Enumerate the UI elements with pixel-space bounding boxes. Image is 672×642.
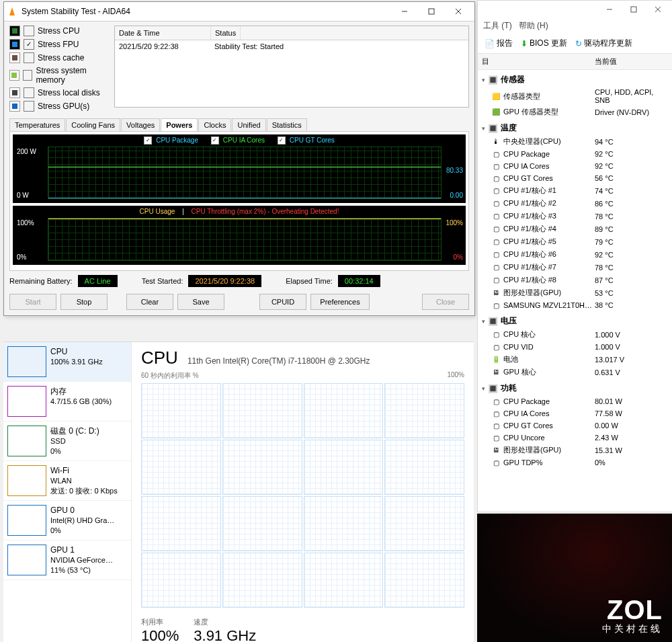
sensor-name: CPU Uncore (503, 434, 595, 442)
sensor-group-header[interactable]: ▾🔳功耗 (478, 378, 672, 395)
cpu-stat: 利用率100% (141, 617, 179, 642)
sensor-row[interactable]: ▢CPU #1/核心 #174 °C (478, 184, 672, 197)
sidebar-item[interactable]: 磁盘 0 (C: D:) SSD 0% (3, 422, 131, 461)
sensor-row-icon: ▢ (491, 161, 501, 171)
sensor-row[interactable]: ▢SAMSUNG MZVL21T0HCLR-…38 °C (478, 299, 672, 311)
sensor-col-value[interactable]: 当前值 (591, 54, 672, 69)
stress-option[interactable]: Stress cache (9, 52, 110, 63)
sidebar-item[interactable]: 内存 4.7/15.6 GB (30%) (3, 382, 131, 422)
legend-check-cpu-ia[interactable] (211, 136, 219, 145)
sensor-row[interactable]: 🖥GPU 核心0.631 V (478, 366, 672, 378)
tab-cooling fans[interactable]: Cooling Fans (66, 118, 120, 131)
sensor-row[interactable]: ▢CPU GT Cores0.00 W (478, 419, 672, 432)
sensor-minimize-button[interactable] (597, 2, 622, 17)
sensor-row[interactable]: 🟩GPU 传感器类型Driver (NV-DRV) (478, 106, 672, 118)
core-graph (222, 496, 302, 551)
stress-option[interactable]: Stress FPU (9, 39, 110, 50)
checkbox[interactable] (24, 26, 34, 36)
sensor-group-header[interactable]: ▾🔳传感器 (478, 70, 672, 87)
checkbox[interactable] (24, 87, 34, 98)
titlebar[interactable]: System Stability Test - AIDA64 (4, 2, 474, 22)
refresh-icon: ↻ (575, 39, 582, 48)
usage-graph: CPU Usage | CPU Throttling (max 2%) - Ov… (13, 206, 466, 265)
sensor-value: 1.000 V (595, 331, 669, 339)
sensor-row[interactable]: ▢CPU #1/核心 #778 °C (478, 261, 672, 274)
checkbox[interactable] (23, 70, 33, 81)
tab-unified[interactable]: Unified (232, 118, 265, 131)
maximize-button[interactable] (418, 3, 445, 20)
sensor-row[interactable]: 🖥图形处理器(GPU)53 °C (478, 286, 672, 299)
sensor-row[interactable]: ▢GPU TDP%0% (478, 456, 672, 469)
sensor-name: CPU 核心 (503, 329, 595, 339)
stress-icon (9, 101, 20, 112)
sensor-row[interactable]: ▢CPU IA Cores77.58 W (478, 407, 672, 419)
tab-powers[interactable]: Powers (161, 118, 198, 131)
sensor-group-header[interactable]: ▾🔳温度 (478, 118, 672, 135)
sensor-row[interactable]: ▢CPU #1/核心 #286 °C (478, 197, 672, 210)
minimize-button[interactable] (391, 3, 418, 20)
sensor-row-icon: 🌡 (491, 137, 501, 147)
sensor-row[interactable]: ▢CPU #1/核心 #489 °C (478, 223, 672, 235)
checkbox[interactable] (24, 52, 34, 63)
tab-statistics[interactable]: Statistics (267, 118, 307, 131)
sensor-row[interactable]: 🟨传感器类型CPU, HDD, ACPI, SNB (478, 87, 672, 106)
stop-button[interactable]: Stop (60, 294, 108, 310)
preferences-button[interactable]: Preferences (310, 294, 370, 310)
save-button[interactable]: Save (177, 294, 224, 310)
clear-button[interactable]: Clear (126, 294, 173, 310)
sensor-row[interactable]: ▢CPU #1/核心 #579 °C (478, 235, 672, 248)
close-button[interactable] (445, 3, 472, 20)
sixty-sec-label: 60 秒内的利用率 % (141, 371, 199, 380)
log-header-date[interactable]: Date & Time (115, 26, 211, 40)
tab-voltages[interactable]: Voltages (121, 118, 160, 131)
sensor-row[interactable]: 🔋电池13.017 V (478, 353, 672, 366)
tab-clocks[interactable]: Clocks (198, 118, 231, 131)
tab-temperatures[interactable]: Temperatures (9, 118, 65, 131)
sensor-value: 78 °C (595, 212, 669, 220)
stress-option[interactable]: Stress local disks (9, 87, 110, 98)
tb-driver-update[interactable]: ↻驱动程序更新 (575, 38, 632, 49)
sidebar-item[interactable]: GPU 0 Intel(R) UHD Gra… 0% (3, 501, 131, 540)
close-dialog-button[interactable]: Close (422, 294, 469, 310)
sensor-row[interactable]: ▢CPU Uncore2.43 W (478, 432, 672, 444)
sensor-row[interactable]: ▢CPU 核心1.000 V (478, 328, 672, 341)
sensor-row[interactable]: 🌡中央处理器(CPU)94 °C (478, 135, 672, 148)
stress-option[interactable]: Stress system memory (9, 66, 110, 85)
sensor-row[interactable]: ▢CPU VID1.000 V (478, 341, 672, 353)
sensor-row[interactable]: ▢CPU #1/核心 #692 °C (478, 248, 672, 261)
menu-help[interactable]: 帮助 (H) (519, 21, 548, 30)
sidebar-item[interactable]: Wi-Fi WLAN 发送: 0 接收: 0 Kbps (3, 461, 131, 501)
stress-option[interactable]: Stress CPU (9, 26, 110, 36)
sensor-row[interactable]: ▢CPU #1/核心 #887 °C (478, 274, 672, 286)
sensor-maximize-button[interactable] (622, 2, 646, 17)
sensor-row[interactable]: ▢CPU Package80.01 W (478, 395, 672, 407)
log-header-status[interactable]: Status (211, 26, 241, 40)
sensor-row[interactable]: ▢CPU Package92 °C (478, 148, 672, 160)
sidebar-item[interactable]: CPU 100% 3.91 GHz (3, 342, 131, 382)
cpuid-button[interactable]: CPUID (259, 294, 306, 310)
legend-check-cpu-package[interactable] (144, 136, 152, 145)
sensor-row-icon: ▢ (491, 225, 501, 234)
group-icon: 🔳 (488, 75, 498, 85)
sensor-row[interactable]: 🖥图形处理器(GPU)15.31 W (478, 444, 672, 456)
menu-tools[interactable]: 工具 (T) (483, 21, 512, 30)
sensor-value: 92 °C (595, 150, 669, 158)
tb-bios-update[interactable]: ⬇BIOS 更新 (521, 38, 567, 49)
sensor-group-header[interactable]: ▾🔳电压 (478, 311, 672, 328)
tb-report[interactable]: 📄报告 (485, 38, 513, 49)
sensor-row[interactable]: ▢CPU GT Cores56 °C (478, 172, 672, 184)
sidebar-item[interactable]: GPU 1 NVIDIA GeForce… 11% (53 °C) (3, 540, 131, 580)
stress-option[interactable]: Stress GPU(s) (9, 101, 110, 112)
sensor-col-item[interactable]: 目 (478, 54, 591, 69)
start-button[interactable]: Start (9, 294, 56, 310)
sensor-row-icon: ▢ (491, 276, 501, 285)
perf-line2: 4.7/15.6 GB (30%) (50, 397, 112, 407)
sensor-row[interactable]: ▢CPU IA Cores92 °C (478, 160, 672, 172)
legend-check-cpu-gt[interactable] (278, 136, 286, 145)
sensor-row-icon: ▢ (491, 433, 501, 442)
checkbox[interactable] (24, 39, 34, 50)
checkbox[interactable] (24, 101, 34, 112)
usage-value-top: 100% (446, 219, 463, 227)
sensor-row[interactable]: ▢CPU #1/核心 #378 °C (478, 210, 672, 223)
sensor-close-button[interactable] (646, 2, 670, 17)
